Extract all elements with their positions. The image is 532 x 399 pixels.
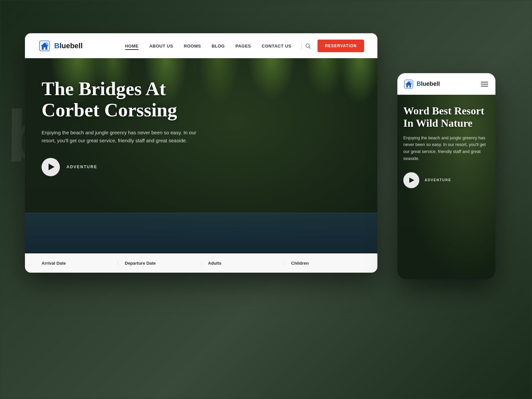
mobile-hero-title: Word Best Resort In Wild Nature: [403, 105, 489, 129]
hero-actions: ADVENTURE: [42, 158, 224, 176]
mobile-adventure-label: ADVENTURE: [425, 178, 451, 182]
nav-item-blog[interactable]: BLOG: [211, 43, 225, 49]
booking-adults[interactable]: Adults: [201, 261, 285, 266]
adventure-label: ADVENTURE: [66, 165, 97, 169]
hamburger-line-2: [481, 84, 488, 84]
reservation-button[interactable]: RESERVATION: [318, 40, 364, 52]
logo-highlight: B: [54, 42, 60, 50]
booking-departure-date[interactable]: Departure Date: [118, 261, 201, 266]
search-icon[interactable]: [305, 43, 311, 49]
desktop-mockup: Bluebell HOME ABOUT US ROOMS BLOG PAGES …: [25, 33, 377, 273]
hamburger-line-1: [481, 82, 488, 82]
hamburger-menu[interactable]: [479, 80, 489, 88]
nav-link-home[interactable]: HOME: [125, 44, 139, 50]
desktop-logo[interactable]: Bluebell: [38, 40, 83, 52]
mobile-hero-actions: ADVENTURE: [403, 172, 489, 188]
hamburger-line-3: [481, 86, 488, 86]
mobile-logo-text: Bluebell: [417, 80, 440, 87]
nav-link-pages[interactable]: PAGES: [235, 44, 251, 49]
nav-link-blog[interactable]: BLOG: [211, 44, 225, 49]
nav-link-contact[interactable]: CONTACT US: [262, 44, 291, 49]
booking-children[interactable]: Children: [285, 261, 367, 266]
nav-link-rooms[interactable]: ROOMS: [184, 44, 201, 49]
mobile-hero: Word Best Resort In Wild Nature Enjoying…: [397, 95, 495, 279]
booking-bar: Arrival Date Departure Date Adults Child…: [25, 253, 377, 273]
nav-item-home[interactable]: HOME: [125, 43, 139, 49]
nav-item-about[interactable]: ABOUT US: [149, 43, 173, 49]
desktop-nav-links: HOME ABOUT US ROOMS BLOG PAGES CONTACT U…: [125, 43, 291, 49]
nav-link-about[interactable]: ABOUT US: [149, 44, 173, 49]
mobile-mockup: Bluebell Word Best Resort In Wild Nature…: [397, 73, 495, 279]
svg-line-3: [309, 47, 311, 48]
nav-item-contact[interactable]: CONTACT US: [262, 43, 291, 49]
booking-arrival-date[interactable]: Arrival Date: [35, 261, 118, 266]
hero-subtitle: Enjoying the beach and jungle greenry ha…: [42, 129, 208, 145]
mobile-hero-subtitle: Enjoying the beach and jungle greenry ha…: [403, 135, 489, 162]
hero-pool-decoration: [25, 213, 377, 253]
mobile-navbar: Bluebell: [397, 73, 495, 95]
hero-title: The Bridges At Corbet Corssing: [42, 78, 224, 121]
mobile-hero-content: Word Best Resort In Wild Nature Enjoying…: [397, 95, 495, 195]
desktop-navbar: Bluebell HOME ABOUT US ROOMS BLOG PAGES …: [25, 33, 377, 58]
nav-item-rooms[interactable]: ROOMS: [184, 43, 201, 49]
desktop-hero: The Bridges At Corbet Corssing Enjoying …: [25, 58, 377, 273]
logo-text: Bluebell: [54, 42, 83, 50]
mobile-play-button[interactable]: [403, 172, 419, 188]
hero-content: The Bridges At Corbet Corssing Enjoying …: [25, 58, 241, 190]
logo-icon: [38, 40, 51, 52]
mobile-logo-icon: [403, 79, 414, 89]
mobile-logo-highlight: B: [417, 80, 421, 87]
nav-divider: [301, 43, 302, 49]
nav-item-pages[interactable]: PAGES: [235, 43, 251, 49]
mobile-logo[interactable]: Bluebell: [403, 79, 440, 89]
play-button[interactable]: [42, 158, 60, 176]
